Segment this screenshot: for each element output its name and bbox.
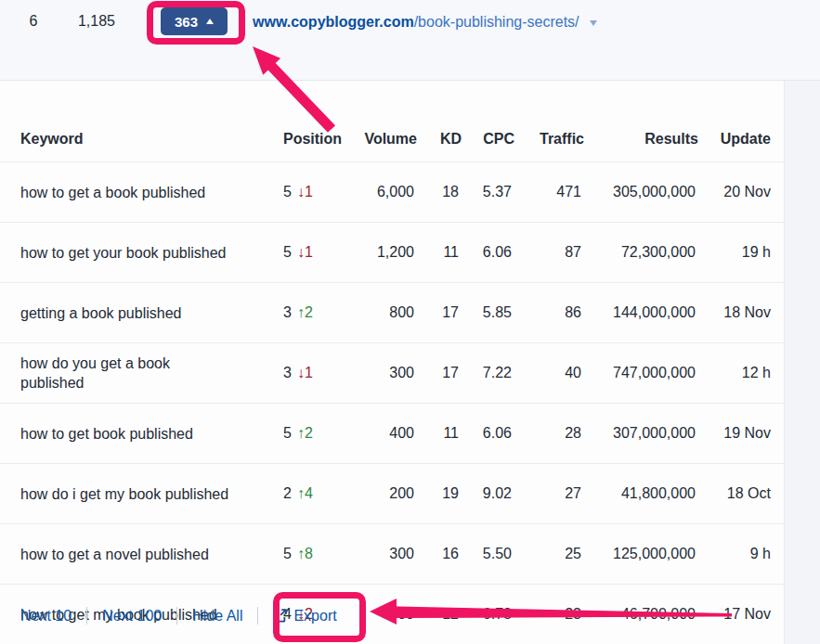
volume-cell: 400: [339, 404, 417, 464]
update-cell: 18 Nov: [698, 283, 785, 343]
keyword-cell: how do i get my book published: [0, 464, 243, 524]
results-cell: 125,000,000: [584, 524, 698, 585]
results-cell: 41,800,000: [584, 464, 698, 524]
traffic-cell: 28: [514, 404, 584, 464]
hide-all-link[interactable]: Hide All: [192, 608, 242, 625]
page-url: www.copyblogger.com/book-publishing-secr…: [253, 12, 597, 32]
keywords-panel: Keyword Position Volume KD CPC Traffic R…: [0, 81, 785, 644]
update-cell: 18 Oct: [698, 464, 785, 524]
keyword-cell: getting a book published: [0, 283, 243, 343]
col-header-results[interactable]: Results: [584, 81, 698, 162]
table-row: how to get book published 5↑2 400 11 6.0…: [0, 404, 785, 464]
update-cell: 9 h: [698, 524, 785, 585]
position-value: 3: [283, 365, 292, 380]
volume-cell: 6,000: [339, 162, 417, 223]
position-change: ↑4: [297, 485, 313, 501]
traffic-cell: 86: [514, 283, 584, 343]
keywords-count-badge[interactable]: 363: [161, 7, 228, 35]
position-change: ↑2: [297, 425, 313, 441]
cpc-cell: 5.85: [462, 283, 514, 343]
divider: [176, 607, 177, 625]
results-cell: 144,000,000: [584, 283, 698, 343]
kd-cell: 11: [417, 223, 462, 283]
cpc-cell: 7.22: [462, 343, 514, 404]
kd-cell: 11: [417, 404, 462, 464]
table-row: how to get a novel published 5↑8 300 16 …: [0, 524, 785, 585]
volume-cell: 800: [339, 283, 417, 343]
traffic-cell: 40: [514, 343, 584, 404]
results-cell: 305,000,000: [584, 162, 698, 223]
position-cell: 3↓1: [243, 343, 339, 404]
col-header-traffic[interactable]: Traffic: [514, 81, 584, 162]
volume-cell: 300: [339, 524, 417, 585]
traffic-cell: 87: [514, 223, 584, 283]
table-footer: Next 10 Next 100 Hide All Export: [0, 587, 785, 644]
next-100-link[interactable]: Next 100: [102, 608, 162, 625]
export-button[interactable]: Export: [273, 608, 336, 625]
keyword-cell: how to get a novel published: [0, 524, 243, 585]
position-change: ↓1: [297, 184, 313, 200]
kd-cell: 16: [417, 524, 462, 585]
kd-cell: 17: [417, 283, 462, 343]
divider: [86, 607, 87, 625]
col-header-position[interactable]: Position: [243, 81, 339, 162]
divider: [257, 607, 258, 625]
position-cell: 5↓1: [243, 223, 339, 283]
position-change: ↓1: [297, 244, 313, 260]
caret-down-icon[interactable]: [590, 20, 597, 26]
results-cell: 72,300,000: [584, 223, 698, 283]
url-domain-link[interactable]: www.copyblogger.com: [253, 14, 414, 30]
update-cell: 12 h: [698, 343, 785, 404]
keyword-cell: how to get book published: [0, 404, 243, 464]
col-header-volume[interactable]: Volume: [339, 81, 417, 162]
cpc-cell: 9.02: [462, 464, 514, 524]
position-cell: 5↑2: [243, 404, 339, 464]
table-row: getting a book published 3↑2 800 17 5.85…: [0, 283, 785, 343]
traffic-cell: 471: [514, 162, 584, 223]
keyword-cell: how do you get a book published: [0, 343, 243, 404]
rank-value: 6: [26, 11, 41, 32]
url-path-link[interactable]: /book-publishing-secrets/: [414, 14, 579, 30]
position-value: 5: [283, 546, 292, 561]
update-cell: 19 h: [698, 223, 785, 283]
position-value: 5: [283, 425, 292, 441]
cpc-cell: 5.37: [462, 162, 514, 223]
table-row: how do you get a book published 3↓1 300 …: [0, 343, 785, 404]
position-change: ↓1: [297, 365, 313, 380]
traffic-cell: 27: [514, 464, 584, 524]
col-header-keyword[interactable]: Keyword: [0, 81, 243, 162]
results-cell: 307,000,000: [584, 404, 698, 464]
volume-cell: 200: [339, 464, 417, 524]
cpc-cell: 5.50: [462, 524, 514, 585]
traffic-cell: 25: [514, 524, 584, 585]
position-change: ↑2: [297, 304, 313, 320]
col-header-cpc[interactable]: CPC: [462, 81, 514, 162]
position-value: 2: [283, 485, 292, 501]
caret-up-icon: [206, 19, 214, 24]
traffic-value: 1,185: [69, 11, 115, 32]
table-row: how do i get my book published 2↑4 200 1…: [0, 464, 785, 524]
kd-cell: 18: [417, 162, 462, 223]
table-header-row: Keyword Position Volume KD CPC Traffic R…: [0, 81, 785, 162]
position-value: 3: [283, 304, 292, 320]
export-label: Export: [293, 608, 336, 625]
keyword-cell: how to get a book published: [0, 162, 243, 223]
next-10-link[interactable]: Next 10: [20, 608, 72, 625]
position-value: 5: [283, 244, 292, 260]
update-cell: 20 Nov: [698, 162, 785, 223]
export-icon: [273, 609, 287, 623]
position-value: 5: [283, 184, 292, 200]
keywords-count-value: 363: [175, 14, 198, 30]
table-row: how to get a book published 5↓1 6,000 18…: [0, 162, 785, 223]
results-cell: 747,000,000: [584, 343, 698, 404]
update-cell: 19 Nov: [698, 404, 785, 464]
position-change: ↑8: [297, 546, 313, 561]
col-header-update[interactable]: Update: [698, 81, 785, 162]
col-header-kd[interactable]: KD: [417, 81, 462, 162]
position-cell: 5↑8: [243, 524, 339, 585]
position-cell: 2↑4: [243, 464, 339, 524]
top-metrics-bar: 6 1,185 363 www.copyblogger.com/book-pub…: [0, 0, 820, 81]
position-cell: 3↑2: [243, 283, 339, 343]
kd-cell: 19: [417, 464, 462, 524]
keywords-table: Keyword Position Volume KD CPC Traffic R…: [0, 81, 785, 644]
